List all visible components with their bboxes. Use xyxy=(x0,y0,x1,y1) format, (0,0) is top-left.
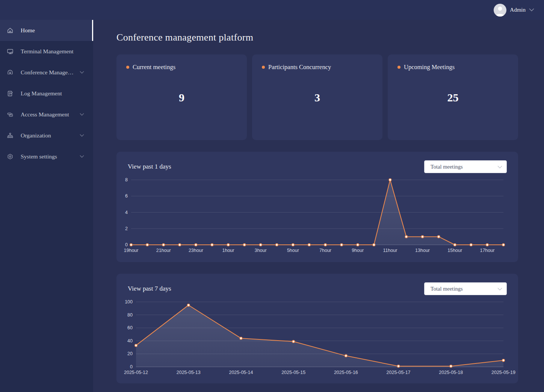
page-title: Conference management platform xyxy=(116,32,518,43)
svg-text:17hour: 17hour xyxy=(480,248,494,253)
sidebar-item-label: Log Management xyxy=(21,90,93,97)
meetings-filter-select[interactable]: Total meetings xyxy=(424,160,507,173)
sidebar-item-conference-management[interactable]: Conference Manage… xyxy=(0,62,93,83)
orange-dot-icon xyxy=(397,66,400,69)
select-value: Total meetings xyxy=(431,286,463,292)
svg-text:40: 40 xyxy=(127,338,133,344)
avatar xyxy=(494,4,506,17)
sidebar-item-label: Terminal Management xyxy=(21,48,93,55)
chart-title: View past 7 days xyxy=(128,285,171,292)
sidebar-item-label: System settings xyxy=(21,153,80,160)
svg-text:15hour: 15hour xyxy=(447,248,462,253)
terminal-icon xyxy=(7,48,14,55)
svg-text:1hour: 1hour xyxy=(222,248,234,253)
sidebar-item-organization[interactable]: Organization xyxy=(0,125,93,146)
sidebar-item-log-management[interactable]: Log Management xyxy=(0,83,93,104)
sidebar-item-system-settings[interactable]: System settings xyxy=(0,146,93,167)
stat-value: 25 xyxy=(388,91,518,104)
svg-text:2: 2 xyxy=(125,226,128,231)
svg-text:2025-05-16: 2025-05-16 xyxy=(334,370,358,375)
stat-card-participants-concurrency: Participants Concurrency 3 xyxy=(252,54,382,140)
svg-text:23hour: 23hour xyxy=(189,248,203,253)
meetings-filter-select[interactable]: Total meetings xyxy=(424,282,507,295)
chart-card-past-1-days: 0246819hour21hour23hour1hour3hour5hour7h… xyxy=(116,152,518,262)
settings-icon xyxy=(7,153,14,160)
chevron-down-icon xyxy=(497,288,502,291)
svg-text:2025-05-14: 2025-05-14 xyxy=(229,370,253,375)
chevron-down-icon xyxy=(80,134,84,137)
stat-label: Participants Concurrency xyxy=(268,63,331,71)
svg-text:2025-05-19: 2025-05-19 xyxy=(491,370,515,375)
svg-text:4: 4 xyxy=(125,210,128,215)
svg-text:6: 6 xyxy=(125,193,128,199)
svg-text:0: 0 xyxy=(125,242,128,247)
main-content: Conference management platform Current m… xyxy=(93,20,544,392)
stat-card-upcoming-meetings: Upcoming Meetings 25 xyxy=(388,54,518,140)
svg-text:13hour: 13hour xyxy=(415,248,430,253)
svg-text:2025-05-15: 2025-05-15 xyxy=(281,370,305,375)
sidebar-item-label: Conference Manage… xyxy=(21,69,80,76)
user-icon xyxy=(494,4,506,17)
svg-text:0: 0 xyxy=(130,364,133,369)
sidebar-item-access-management[interactable]: Access Management xyxy=(0,104,93,125)
chevron-down-icon xyxy=(497,166,502,169)
svg-text:2025-05-18: 2025-05-18 xyxy=(439,370,463,375)
sidebar-item-label: Access Management xyxy=(21,111,80,118)
sidebar: Home Terminal Management Conference Mana… xyxy=(0,20,93,392)
stats-row: Current meetings 9 Participants Concurre… xyxy=(116,54,518,140)
user-name: Admin xyxy=(510,7,526,13)
chart-title: View past 1 days xyxy=(128,163,171,170)
svg-text:5hour: 5hour xyxy=(287,248,299,253)
svg-text:2025-05-13: 2025-05-13 xyxy=(177,370,201,375)
svg-text:60: 60 xyxy=(127,325,133,330)
stat-label: Upcoming Meetings xyxy=(404,63,455,71)
svg-text:20: 20 xyxy=(127,351,133,356)
svg-text:80: 80 xyxy=(127,312,133,318)
select-value: Total meetings xyxy=(431,164,463,170)
topbar: Admin xyxy=(0,0,544,20)
stat-label: Current meetings xyxy=(133,63,175,71)
chevron-down-icon xyxy=(80,113,84,116)
chevron-down-icon xyxy=(529,8,534,12)
access-icon xyxy=(7,111,14,118)
svg-text:3hour: 3hour xyxy=(255,248,267,253)
chart-card-past-7-days: 0204060801002025-05-122025-05-132025-05-… xyxy=(116,274,518,383)
stat-value: 3 xyxy=(252,91,382,104)
orange-dot-icon xyxy=(262,66,265,69)
log-icon xyxy=(7,90,14,97)
sidebar-item-label: Home xyxy=(21,27,93,34)
svg-text:100: 100 xyxy=(125,299,133,305)
chevron-down-icon xyxy=(80,155,84,158)
sidebar-item-label: Organization xyxy=(21,132,80,139)
sidebar-item-terminal-management[interactable]: Terminal Management xyxy=(0,41,93,62)
svg-text:2025-05-12: 2025-05-12 xyxy=(124,370,148,375)
organization-icon xyxy=(7,132,14,139)
home-icon xyxy=(7,27,14,34)
orange-dot-icon xyxy=(126,66,129,69)
svg-text:19hour: 19hour xyxy=(124,248,139,253)
conference-icon xyxy=(7,69,14,76)
svg-text:9hour: 9hour xyxy=(352,248,364,253)
svg-text:8: 8 xyxy=(125,177,128,182)
user-menu[interactable]: Admin xyxy=(494,4,534,17)
svg-text:21hour: 21hour xyxy=(156,248,171,253)
svg-text:2025-05-17: 2025-05-17 xyxy=(387,370,411,375)
stat-card-current-meetings: Current meetings 9 xyxy=(116,54,247,140)
svg-text:11hour: 11hour xyxy=(383,248,397,253)
svg-text:7hour: 7hour xyxy=(319,248,331,253)
sidebar-item-home[interactable]: Home xyxy=(0,20,93,41)
stat-value: 9 xyxy=(116,91,247,104)
chevron-down-icon xyxy=(80,71,84,74)
